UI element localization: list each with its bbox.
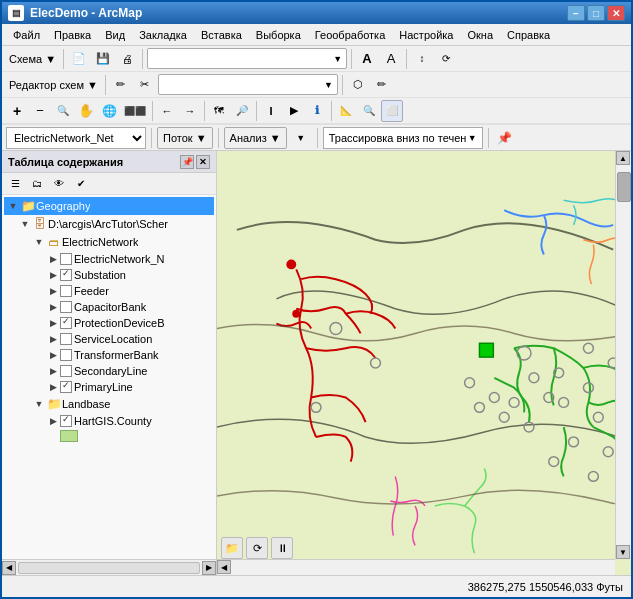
text-tool-a2[interactable]: A bbox=[380, 48, 402, 70]
expand-transformerbank[interactable]: ▶ bbox=[46, 348, 60, 362]
info-btn[interactable]: ℹ bbox=[306, 100, 328, 122]
prev-extent-btn[interactable]: ← bbox=[156, 100, 178, 122]
menu-view[interactable]: Вид bbox=[98, 27, 132, 43]
analysis-dropdown-btn[interactable]: ▼ bbox=[290, 127, 312, 149]
pin-btn[interactable]: 📌 bbox=[494, 127, 516, 149]
layer-dropdown[interactable]: ▼ bbox=[147, 48, 347, 69]
pan-btn[interactable]: ✋ bbox=[75, 100, 97, 122]
toc-scroll-left[interactable]: ◀ bbox=[2, 561, 16, 575]
toc-item-electricnetwork[interactable]: ▼ 🗃 ElectricNetwork bbox=[4, 233, 214, 251]
toc-item-servicelocation[interactable]: ▶ ServiceLocation bbox=[4, 331, 214, 347]
checkbox-hartgis[interactable] bbox=[60, 415, 72, 427]
map-refresh-btn[interactable]: ⟳ bbox=[246, 537, 268, 559]
checkbox-feeder[interactable] bbox=[60, 285, 72, 297]
expand-hartgis[interactable]: ▶ bbox=[46, 414, 60, 428]
map-add-data-btn[interactable]: 📁 bbox=[221, 537, 243, 559]
scroll-up-arrow[interactable]: ▲ bbox=[616, 151, 630, 165]
toc-item-transformerbank[interactable]: ▶ TransformerBank bbox=[4, 347, 214, 363]
expand-electricnetwork[interactable]: ▼ bbox=[32, 235, 46, 249]
maximize-button[interactable]: □ bbox=[587, 5, 605, 21]
toc-hscrollbar-track[interactable] bbox=[18, 562, 200, 574]
checkbox-capacitorbank[interactable] bbox=[60, 301, 72, 313]
scroll-left-arrow[interactable]: ◀ bbox=[217, 560, 231, 574]
next-extent-btn[interactable]: → bbox=[179, 100, 201, 122]
toc-close-btn[interactable]: ✕ bbox=[196, 155, 210, 169]
expand-arcgis-path[interactable]: ▼ bbox=[18, 217, 32, 231]
menu-customize[interactable]: Настройка bbox=[392, 27, 460, 43]
toc-item-feeder[interactable]: ▶ Feeder bbox=[4, 283, 214, 299]
checkbox-primaryline[interactable] bbox=[60, 381, 72, 393]
toc-item-primaryline[interactable]: ▶ PrimaryLine bbox=[4, 379, 214, 395]
tool-2[interactable]: ⟳ bbox=[435, 48, 457, 70]
expand-geography[interactable]: ▼ bbox=[6, 199, 20, 213]
checkbox-transformerbank[interactable] bbox=[60, 349, 72, 361]
menu-bookmark[interactable]: Закладка bbox=[132, 27, 194, 43]
measure-btn[interactable]: 📐 bbox=[335, 100, 357, 122]
full-extent-btn[interactable]: 🗺 bbox=[208, 100, 230, 122]
menu-file[interactable]: Файл bbox=[6, 27, 47, 43]
save-btn[interactable]: 💾 bbox=[92, 48, 114, 70]
toc-item-substation[interactable]: ▶ Substation bbox=[4, 267, 214, 283]
toc-item-capacitorbank[interactable]: ▶ CapacitorBank bbox=[4, 299, 214, 315]
zoom-out-btn[interactable]: − bbox=[29, 100, 51, 122]
schema-btn-2[interactable]: ✏ bbox=[371, 74, 393, 96]
select-btn[interactable]: ▶ bbox=[283, 100, 305, 122]
schema-editor-dropdown[interactable]: Редактор схем ▼ bbox=[6, 74, 101, 96]
extent-btn[interactable]: ⬛⬛ bbox=[121, 100, 149, 122]
menu-selection[interactable]: Выборка bbox=[249, 27, 308, 43]
trace-dropdown[interactable]: Трассировка вниз по течен ▼ bbox=[323, 127, 483, 149]
toc-pin-btn[interactable]: 📌 bbox=[180, 155, 194, 169]
schema-dropdown[interactable]: Схема ▼ bbox=[6, 48, 59, 70]
toc-source-btn[interactable]: 🗂 bbox=[27, 175, 47, 193]
map-scrollbar-horizontal[interactable]: ◀ ▶ bbox=[217, 559, 615, 575]
identify-btn[interactable]: I bbox=[260, 100, 282, 122]
flow-button[interactable]: Поток ▼ bbox=[157, 127, 213, 149]
expand-protectiondevice[interactable]: ▶ bbox=[46, 316, 60, 330]
expand-servicelocation[interactable]: ▶ bbox=[46, 332, 60, 346]
expand-substation[interactable]: ▶ bbox=[46, 268, 60, 282]
expand-secondaryline[interactable]: ▶ bbox=[46, 364, 60, 378]
expand-capacitorbank[interactable]: ▶ bbox=[46, 300, 60, 314]
menu-help[interactable]: Справка bbox=[500, 27, 557, 43]
editor-dropdown2[interactable]: ▼ bbox=[158, 74, 338, 95]
menu-windows[interactable]: Окна bbox=[460, 27, 500, 43]
zoom-fixed-btn[interactable]: 🔍 bbox=[52, 100, 74, 122]
toc-item-hartgis[interactable]: ▶ HartGIS.County bbox=[4, 413, 214, 429]
scroll-down-arrow[interactable]: ▼ bbox=[616, 545, 630, 559]
toc-item-arcgis-path[interactable]: ▼ 🗄 D:\arcgis\ArcTutor\Scher bbox=[4, 215, 214, 233]
map-area[interactable]: ▲ ▼ ◀ ▶ 📁 ⟳ ⏸ bbox=[217, 151, 631, 575]
map-scrollbar-vertical[interactable]: ▲ ▼ bbox=[615, 151, 631, 559]
menu-insert[interactable]: Вставка bbox=[194, 27, 249, 43]
scroll-thumb-vertical[interactable] bbox=[617, 172, 631, 202]
checkbox-servicelocation[interactable] bbox=[60, 333, 72, 345]
toc-hscroll[interactable]: ◀ ▶ bbox=[2, 559, 216, 575]
checkbox-secondaryline[interactable] bbox=[60, 365, 72, 377]
zoom-selected-btn[interactable]: 🔎 bbox=[231, 100, 253, 122]
zoom-in-btn[interactable]: + bbox=[6, 100, 28, 122]
checkbox-protectiondevice[interactable] bbox=[60, 317, 72, 329]
text-tool-a[interactable]: A bbox=[356, 48, 378, 70]
checkbox-substation[interactable] bbox=[60, 269, 72, 281]
tool-1[interactable]: ↕ bbox=[411, 48, 433, 70]
schema-btn-1[interactable]: ⬡ bbox=[347, 74, 369, 96]
checkbox-electricnetwork-n[interactable] bbox=[60, 253, 72, 265]
html-popup-btn[interactable]: ⬜ bbox=[381, 100, 403, 122]
expand-electricnetwork-n[interactable]: ▶ bbox=[46, 252, 60, 266]
toc-item-geography[interactable]: ▼ 📁 Geography bbox=[4, 197, 214, 215]
print-btn[interactable]: 🖨 bbox=[116, 48, 138, 70]
toc-scroll-right[interactable]: ▶ bbox=[202, 561, 216, 575]
edit-btn-1[interactable]: ✏ bbox=[110, 74, 132, 96]
menu-edit[interactable]: Правка bbox=[47, 27, 98, 43]
expand-landbase[interactable]: ▼ bbox=[32, 397, 46, 411]
analysis-button[interactable]: Анализ ▼ bbox=[224, 127, 287, 149]
toc-item-protectiondevice[interactable]: ▶ ProtectionDeviceB bbox=[4, 315, 214, 331]
toc-item-electricnetwork-n[interactable]: ▶ ElectricNetwork_N bbox=[4, 251, 214, 267]
minimize-button[interactable]: − bbox=[567, 5, 585, 21]
toc-list-btn[interactable]: ☰ bbox=[5, 175, 25, 193]
find-btn[interactable]: 🔍 bbox=[358, 100, 380, 122]
toc-item-landbase[interactable]: ▼ 📁 Landbase bbox=[4, 395, 214, 413]
menu-geoprocessing[interactable]: Геообработка bbox=[308, 27, 393, 43]
toc-selection-btn[interactable]: ✔ bbox=[71, 175, 91, 193]
expand-feeder[interactable]: ▶ bbox=[46, 284, 60, 298]
toc-visible-btn[interactable]: 👁 bbox=[49, 175, 69, 193]
